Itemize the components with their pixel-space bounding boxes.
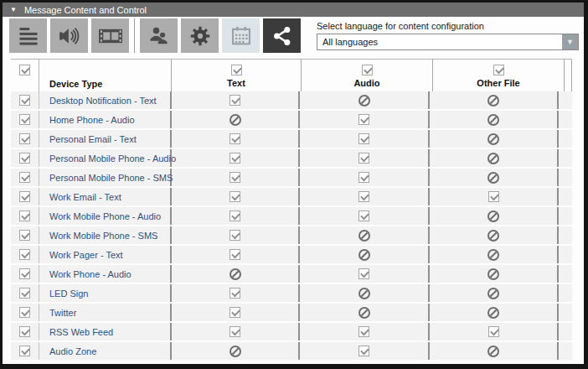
text-state-cell [172, 130, 300, 148]
audio-column-checkbox[interactable] [362, 65, 373, 75]
language-select[interactable]: All languages ▼ [317, 34, 579, 50]
toolbar-button-calendar[interactable] [222, 18, 260, 53]
row-select-checkbox[interactable] [19, 133, 30, 144]
audio-checkbox[interactable] [358, 268, 369, 279]
other-file-blocked-icon [487, 288, 499, 299]
text-checkbox[interactable] [230, 210, 240, 221]
other-file-blocked-icon [487, 230, 499, 242]
audio-state-cell [300, 149, 430, 167]
other-file-blocked-icon [487, 268, 499, 280]
toolbar-group-separator [134, 18, 135, 53]
audio-blocked-icon [358, 95, 370, 107]
text-checkbox[interactable] [230, 172, 240, 183]
other-file-state-cell [430, 188, 559, 205]
device-type-label: Work Email - Text [49, 192, 121, 202]
select-all-checkbox[interactable] [19, 65, 30, 75]
audio-state-cell [300, 284, 430, 302]
other-file-state-cell [430, 284, 559, 302]
speaker-icon [57, 24, 82, 48]
audio-state-cell [300, 246, 430, 263]
table-row: Personal Email - Text [11, 130, 572, 148]
text-blocked-icon [230, 114, 241, 126]
other-file-state-cell [430, 323, 559, 340]
section-header[interactable]: ▼ Message Content and Control [3, 3, 584, 17]
text-state-cell [172, 246, 300, 263]
table-row: Personal Mobile Phone - SMS [11, 169, 572, 186]
text-blocked-icon [230, 268, 241, 280]
row-select-checkbox[interactable] [19, 326, 30, 337]
people-icon [147, 24, 172, 48]
row-select-checkbox[interactable] [19, 268, 30, 279]
other-file-blocked-icon [487, 346, 499, 357]
table-row: Home Phone - Audio [11, 111, 572, 128]
audio-checkbox[interactable] [358, 326, 369, 337]
header-audio-cell: Audio [302, 60, 433, 91]
toolbar-button-film-strip[interactable] [91, 18, 129, 53]
row-select-checkbox[interactable] [19, 172, 30, 183]
audio-checkbox[interactable] [358, 153, 369, 164]
column-header-other-file: Other File [477, 78, 519, 88]
toolbar-button-speaker[interactable] [50, 18, 88, 53]
other-file-blocked-icon [487, 95, 499, 107]
audio-checkbox[interactable] [358, 133, 369, 144]
audio-state-cell [300, 265, 430, 283]
toolbar-button-gear[interactable] [181, 18, 219, 53]
table-row: Personal Mobile Phone - Audio [11, 149, 572, 167]
row-select-checkbox[interactable] [19, 288, 30, 299]
header-text-cell: Text [172, 60, 302, 91]
row-select-checkbox[interactable] [19, 346, 30, 356]
text-column-checkbox[interactable] [231, 65, 242, 75]
column-header-device-type: Device Type [49, 79, 102, 89]
audio-checkbox[interactable] [358, 210, 369, 221]
device-type-label: Audio Zone [49, 346, 96, 356]
row-select-checkbox[interactable] [19, 307, 30, 318]
row-select-checkbox[interactable] [19, 230, 30, 241]
toolbar [9, 18, 304, 53]
row-select-checkbox[interactable] [19, 114, 30, 125]
text-checkbox[interactable] [230, 153, 240, 164]
table-row: RSS Web Feed [11, 323, 572, 340]
collapse-arrow-icon[interactable]: ▼ [10, 7, 17, 13]
toolbar-button-list[interactable] [9, 18, 47, 53]
list-icon [16, 24, 41, 48]
dropdown-arrow-button[interactable]: ▼ [562, 34, 578, 49]
chevron-down-icon: ▼ [566, 39, 574, 46]
other-file-state-cell [430, 111, 559, 128]
other-file-blocked-icon [487, 210, 499, 222]
text-checkbox[interactable] [230, 133, 240, 144]
audio-checkbox[interactable] [358, 191, 369, 202]
table-header-row: Device Type Text Audio Other File [11, 60, 572, 91]
text-checkbox[interactable] [230, 307, 240, 318]
device-type-label: LED Sign [49, 288, 88, 299]
other-file-column-checkbox[interactable] [493, 65, 504, 75]
audio-checkbox[interactable] [358, 346, 369, 356]
row-select-checkbox[interactable] [19, 191, 30, 202]
audio-state-cell [300, 91, 430, 109]
audio-checkbox[interactable] [358, 172, 369, 183]
toolbar-button-share[interactable] [263, 18, 301, 53]
text-checkbox[interactable] [230, 230, 240, 241]
other-file-state-cell [430, 226, 559, 244]
text-checkbox[interactable] [230, 249, 240, 260]
text-checkbox[interactable] [230, 288, 240, 299]
row-select-checkbox[interactable] [19, 153, 30, 164]
text-state-cell [172, 91, 300, 109]
device-type-label: Personal Email - Text [49, 134, 137, 144]
text-checkbox[interactable] [230, 326, 240, 337]
table-row: Audio Zone [11, 342, 572, 360]
text-checkbox[interactable] [230, 95, 240, 106]
row-select-checkbox[interactable] [19, 249, 30, 260]
toolbar-button-people[interactable] [140, 18, 178, 53]
row-select-checkbox[interactable] [19, 210, 30, 221]
other-file-blocked-icon [487, 153, 499, 164]
text-checkbox[interactable] [230, 191, 240, 202]
other-file-state-cell [430, 304, 559, 321]
other-file-checkbox[interactable] [488, 191, 499, 202]
audio-blocked-icon [358, 307, 370, 319]
audio-checkbox[interactable] [358, 114, 369, 125]
device-type-label: Personal Mobile Phone - Audio [49, 153, 176, 164]
other-file-checkbox[interactable] [488, 326, 499, 337]
text-state-cell [172, 169, 300, 186]
row-select-checkbox[interactable] [19, 95, 30, 106]
text-state-cell [172, 265, 300, 283]
